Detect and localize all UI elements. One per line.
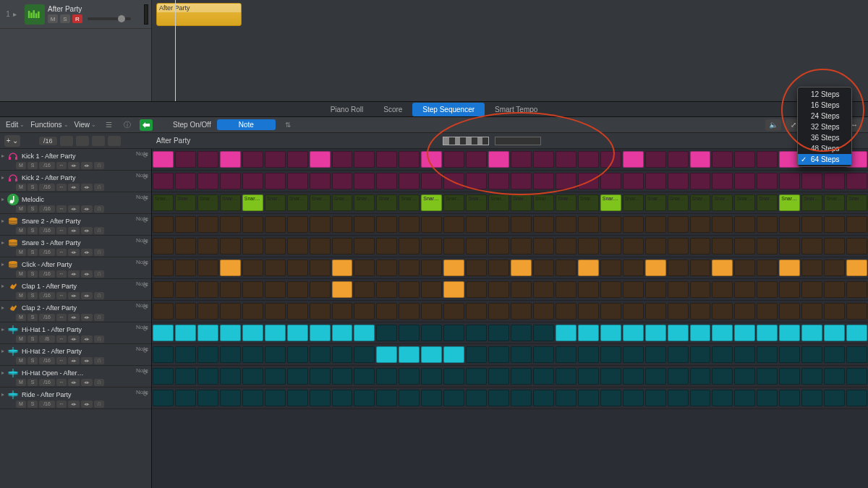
step-cell[interactable] — [466, 281, 487, 298]
step-cell[interactable] — [488, 281, 509, 298]
step-cell[interactable]: Snar… — [332, 194, 353, 211]
tab-smart-tempo[interactable]: Smart Tempo — [485, 103, 548, 116]
step-cell[interactable] — [466, 325, 487, 341]
record-enable-button[interactable]: R — [72, 14, 82, 23]
step-cell[interactable] — [421, 173, 442, 189]
row-shift-left[interactable]: ◂▸ — [68, 335, 80, 343]
pattern-name[interactable]: After Party — [152, 137, 231, 145]
step-cell[interactable] — [533, 346, 554, 363]
row-header[interactable]: Note▸Hi-Hat Open - After…⟳MS/16↔◂▸◂▸⎍ — [0, 366, 151, 388]
row-shift-right[interactable]: ◂▸ — [81, 184, 93, 191]
row-disclosure-icon[interactable]: ▸ — [1, 283, 4, 289]
row-vel[interactable]: ⎍ — [94, 357, 104, 364]
global-btn-2[interactable] — [76, 136, 89, 146]
step-cell[interactable] — [466, 151, 487, 168]
step-cell[interactable] — [779, 238, 800, 254]
step-cell[interactable] — [265, 173, 286, 189]
step-cell[interactable] — [376, 260, 397, 276]
step-cell[interactable] — [511, 260, 532, 276]
step-cell[interactable] — [466, 303, 487, 320]
step-cell[interactable] — [824, 325, 845, 341]
step-cell[interactable] — [600, 325, 621, 341]
step-cell[interactable] — [265, 238, 286, 254]
step-cell[interactable]: Snar… — [242, 194, 263, 211]
step-cell[interactable] — [287, 281, 308, 298]
step-cell[interactable] — [242, 238, 263, 254]
step-cell[interactable] — [600, 151, 621, 168]
step-cell[interactable] — [578, 390, 599, 406]
step-cell[interactable] — [779, 281, 800, 298]
step-cell[interactable] — [734, 325, 755, 341]
step-cell[interactable] — [578, 216, 599, 233]
step-cell[interactable] — [287, 368, 308, 385]
row-disclosure-icon[interactable]: ▸ — [1, 196, 4, 202]
step-cell[interactable] — [734, 346, 755, 363]
inspector-icon[interactable]: ⓘ — [121, 120, 134, 130]
step-cell[interactable]: Snar… — [846, 194, 867, 211]
step-cell[interactable] — [668, 238, 689, 254]
step-cell[interactable] — [734, 281, 755, 298]
row-shift-left[interactable]: ◂▸ — [68, 227, 80, 234]
step-cell[interactable] — [242, 390, 263, 406]
step-cell[interactable] — [600, 368, 621, 385]
row-vel[interactable]: ⎍ — [94, 184, 104, 191]
step-cell[interactable] — [287, 260, 308, 276]
steps-option[interactable]: 64 Steps — [798, 154, 851, 165]
row-header[interactable]: Note▸Snare 2 - After Party⟳MS/16↔◂▸◂▸⎍ — [0, 214, 151, 236]
row-vel[interactable]: ⎍ — [94, 162, 104, 169]
row-shift-left[interactable]: ◂▸ — [68, 184, 80, 191]
step-cell[interactable] — [578, 281, 599, 298]
step-cell[interactable] — [533, 281, 554, 298]
step-cell[interactable] — [623, 238, 644, 254]
step-cell[interactable] — [846, 281, 867, 298]
row-shift-left[interactable]: ◂▸ — [68, 205, 80, 213]
row-direction[interactable]: ↔ — [56, 184, 67, 191]
step-cell[interactable] — [443, 390, 464, 406]
step-cell[interactable] — [511, 281, 532, 298]
steps-option[interactable]: 32 Steps — [798, 121, 851, 132]
step-cell[interactable] — [712, 173, 733, 189]
global-btn-4[interactable] — [108, 136, 121, 146]
step-cell[interactable] — [757, 368, 778, 385]
row-shift-right[interactable]: ◂▸ — [81, 270, 93, 278]
step-cell[interactable] — [265, 260, 286, 276]
volume-slider[interactable] — [88, 17, 131, 20]
step-cell[interactable] — [421, 303, 442, 320]
step-cell[interactable] — [779, 368, 800, 385]
step-cell[interactable] — [645, 368, 666, 385]
step-cell[interactable] — [712, 216, 733, 233]
step-cell[interactable] — [443, 303, 464, 320]
step-cell[interactable] — [690, 238, 711, 254]
row-solo[interactable]: S — [27, 270, 38, 278]
step-cell[interactable] — [399, 303, 420, 320]
row-shift-right[interactable]: ◂▸ — [81, 162, 93, 169]
step-cell[interactable] — [511, 173, 532, 189]
step-cell[interactable] — [197, 325, 218, 341]
row-mute[interactable]: M — [16, 379, 26, 386]
step-cell[interactable] — [197, 368, 218, 385]
step-cell[interactable] — [757, 216, 778, 233]
step-cell[interactable] — [757, 346, 778, 363]
step-cell[interactable]: Snar… — [690, 194, 711, 211]
step-cell[interactable]: Snar… — [668, 194, 689, 211]
step-cell[interactable] — [690, 325, 711, 341]
step-cell[interactable]: Snar… — [443, 194, 464, 211]
row-solo[interactable]: S — [27, 357, 38, 364]
row-division[interactable]: /16 — [39, 357, 55, 364]
row-vel[interactable]: ⎍ — [94, 335, 104, 343]
step-cell[interactable] — [511, 303, 532, 320]
step-cell[interactable] — [332, 281, 353, 298]
row-disclosure-icon[interactable]: ▸ — [1, 326, 4, 333]
step-cell[interactable] — [690, 390, 711, 406]
step-cell[interactable] — [645, 346, 666, 363]
global-btn-3[interactable] — [92, 136, 105, 146]
step-cell[interactable] — [824, 238, 845, 254]
step-cell[interactable] — [556, 260, 576, 276]
step-cell[interactable] — [645, 151, 666, 168]
step-cell[interactable] — [668, 368, 689, 385]
list-icon[interactable]: ☰ — [102, 120, 115, 130]
step-cell[interactable] — [824, 281, 845, 298]
step-cell[interactable] — [734, 173, 755, 189]
step-cell[interactable] — [757, 303, 778, 320]
step-cell[interactable] — [354, 260, 375, 276]
